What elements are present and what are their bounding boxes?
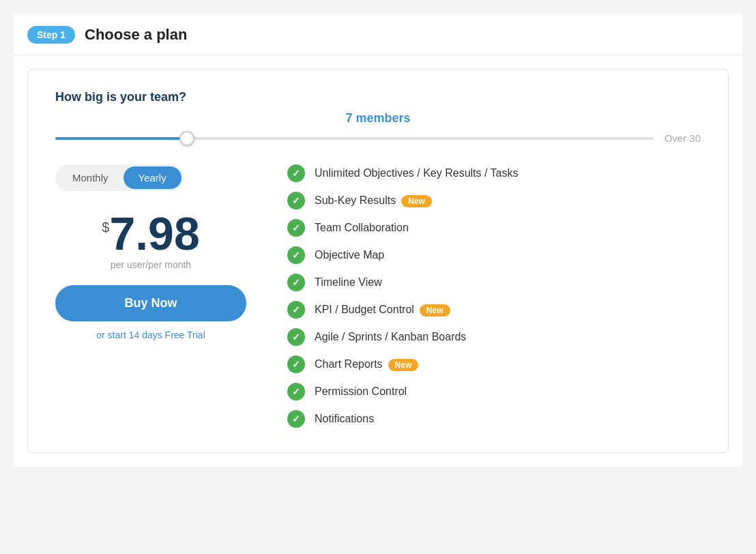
feature-item: Timeline View <box>287 274 701 291</box>
feature-item: Permission Control <box>287 383 701 400</box>
feature-item: Unlimited Objectives / Key Results / Tas… <box>287 164 701 182</box>
price-amount: 7.98 <box>109 210 199 257</box>
check-icon <box>287 274 305 291</box>
check-icon <box>287 246 305 264</box>
feature-item: Sub-Key ResultsNew <box>287 192 701 209</box>
slider-over-label: Over 30 <box>665 132 701 144</box>
slider-wrapper[interactable] <box>55 137 654 140</box>
feature-label: Timeline View <box>315 276 382 289</box>
page-title: Choose a plan <box>85 26 187 44</box>
left-column: Monthly Yearly $ 7.98 per user/per month… <box>55 164 246 428</box>
free-trial-link[interactable]: or start 14 days Free Trial <box>55 330 246 340</box>
feature-label: Unlimited Objectives / Key Results / Tas… <box>315 167 518 179</box>
feature-item: Chart ReportsNew <box>287 355 701 373</box>
feature-label: Permission Control <box>315 385 407 398</box>
price-period: per user/per month <box>55 259 246 270</box>
check-icon <box>287 355 305 373</box>
feature-label: Chart ReportsNew <box>315 358 418 371</box>
feature-item: Agile / Sprints / Kanban Boards <box>287 328 701 346</box>
slider-fill <box>55 137 187 140</box>
members-label: 7 members <box>55 111 701 126</box>
slider-track <box>55 137 654 140</box>
slider-thumb <box>179 131 194 146</box>
billing-toggle: Monthly Yearly <box>55 164 184 191</box>
check-icon <box>287 410 305 428</box>
feature-label: Sub-Key ResultsNew <box>315 194 432 207</box>
check-icon <box>287 383 305 400</box>
check-icon <box>287 192 305 209</box>
feature-label: KPI / Budget ControlNew <box>315 304 450 317</box>
check-icon <box>287 328 305 346</box>
header: Step 1 Choose a plan <box>14 14 742 55</box>
yearly-toggle-button[interactable]: Yearly <box>123 166 181 189</box>
check-icon <box>287 301 305 319</box>
new-badge: New <box>420 304 450 317</box>
check-icon <box>287 219 305 237</box>
price-currency: $ <box>102 220 109 235</box>
feature-label: Team Collaboration <box>315 222 409 234</box>
feature-item: Objective Map <box>287 246 701 264</box>
step-badge: Step 1 <box>27 26 75 44</box>
new-badge: New <box>401 195 432 207</box>
buy-now-button[interactable]: Buy Now <box>55 285 246 321</box>
feature-item: Team Collaboration <box>287 219 701 237</box>
monthly-toggle-button[interactable]: Monthly <box>57 166 123 189</box>
new-badge: New <box>388 359 419 371</box>
main-content: Monthly Yearly $ 7.98 per user/per month… <box>55 164 701 428</box>
page-wrapper: Step 1 Choose a plan How big is your tea… <box>14 14 742 467</box>
feature-list: Unlimited Objectives / Key Results / Tas… <box>287 164 701 428</box>
feature-label: Objective Map <box>315 249 384 261</box>
plan-card: How big is your team? 7 members Over 30 … <box>27 69 729 453</box>
check-icon <box>287 164 305 182</box>
team-question: How big is your team? <box>55 90 701 104</box>
feature-label: Notifications <box>315 413 374 425</box>
slider-container: Over 30 <box>55 132 701 144</box>
feature-label: Agile / Sprints / Kanban Boards <box>315 331 466 343</box>
features-column: Unlimited Objectives / Key Results / Tas… <box>287 164 701 428</box>
feature-item: KPI / Budget ControlNew <box>287 301 701 319</box>
feature-item: Notifications <box>287 410 701 428</box>
price-row: $ 7.98 <box>55 210 246 257</box>
price-section: $ 7.98 per user/per month <box>55 210 246 270</box>
team-size-section: How big is your team? 7 members Over 30 <box>55 90 701 144</box>
